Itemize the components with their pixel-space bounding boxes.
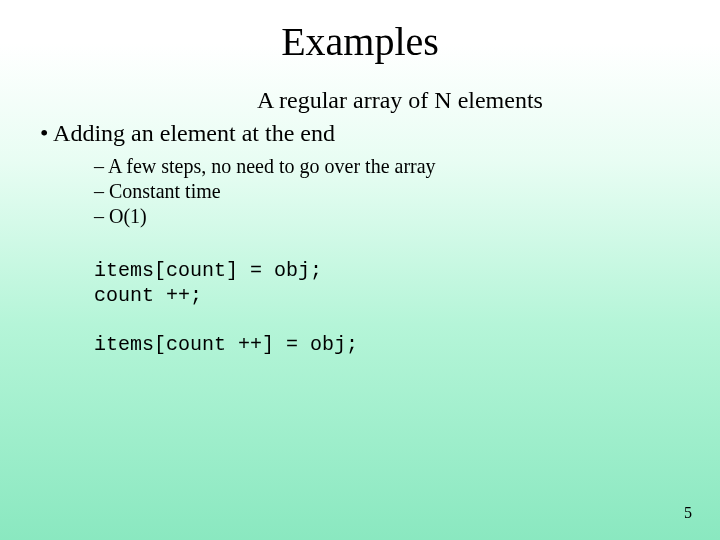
code-block-1: items[count] = obj; count ++; [94, 258, 680, 308]
slide-subtitle: A regular array of N elements [40, 87, 680, 114]
bullet-level1: Adding an element at the end [58, 120, 680, 147]
bullet-level2: O(1) [110, 205, 680, 228]
bullet-level2: A few steps, no need to go over the arra… [110, 155, 680, 178]
code-block-2: items[count ++] = obj; [94, 332, 680, 357]
spacer [40, 308, 680, 332]
slide-title: Examples [0, 0, 720, 87]
spacer [40, 230, 680, 258]
slide-body: A regular array of N elements Adding an … [0, 87, 720, 357]
page-number: 5 [684, 504, 692, 522]
bullet-level2: Constant time [110, 180, 680, 203]
